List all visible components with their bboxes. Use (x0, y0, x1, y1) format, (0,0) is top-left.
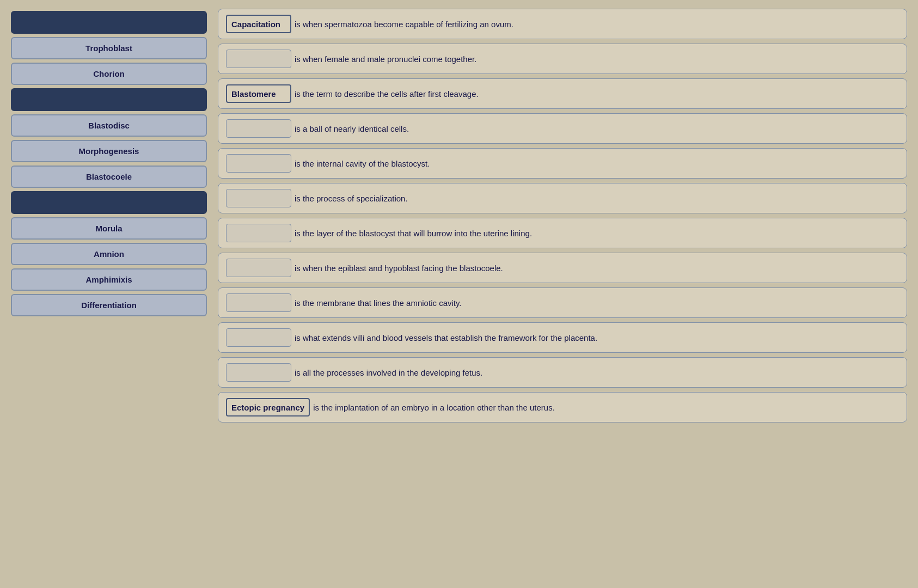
answer-box-empty-row11[interactable] (226, 363, 291, 382)
answer-text-row11: is all the processes involved in the dev… (295, 367, 899, 378)
answer-row-row1: Capacitationis when spermatozoa become c… (218, 9, 907, 39)
answer-box-empty-row6[interactable] (226, 189, 291, 207)
answer-row-row6: is the process of specialization. (218, 183, 907, 213)
left-panel: TrophoblastChorionBlastodiscMorphogenesi… (11, 5, 207, 422)
answer-text-row9: is the membrane that lines the amniotic … (295, 297, 899, 309)
answer-text-row3: is the term to describe the cells after … (295, 88, 899, 100)
drag-item-amphimixis[interactable]: Amphimixis (11, 268, 207, 291)
answer-box-filled-row3[interactable]: Blastomere (226, 84, 291, 103)
main-container: TrophoblastChorionBlastodiscMorphogenesi… (0, 0, 918, 428)
answer-text-row2: is when female and male pronuclei come t… (295, 53, 899, 65)
drag-item-differentiation[interactable]: Differentiation (11, 294, 207, 316)
answer-box-empty-row4[interactable] (226, 119, 291, 138)
answer-row-row10: is what extends villi and blood vessels … (218, 322, 907, 353)
drag-item-dark-3[interactable] (11, 191, 207, 214)
answer-box-empty-row9[interactable] (226, 293, 291, 312)
drag-item-morphogenesis[interactable]: Morphogenesis (11, 140, 207, 162)
answer-text-row6: is the process of specialization. (295, 193, 899, 204)
right-panel: Capacitationis when spermatozoa become c… (218, 5, 907, 422)
drag-item-top-dark-1[interactable] (11, 11, 207, 34)
answer-box-empty-row5[interactable] (226, 154, 291, 173)
answer-box-empty-row8[interactable] (226, 259, 291, 277)
answer-box-empty-row2[interactable] (226, 50, 291, 68)
answer-row-row5: is the internal cavity of the blastocyst… (218, 148, 907, 179)
answer-text-row5: is the internal cavity of the blastocyst… (295, 158, 899, 169)
answer-box-filled-row12[interactable]: Ectopic pregnancy (226, 398, 310, 416)
drag-item-top-dark-2[interactable] (11, 88, 207, 111)
answer-row-row8: is when the epiblast and hypoblast facin… (218, 253, 907, 283)
answer-text-row8: is when the epiblast and hypoblast facin… (295, 262, 899, 274)
answer-box-empty-row7[interactable] (226, 224, 291, 242)
answer-row-row2: is when female and male pronuclei come t… (218, 44, 907, 74)
drag-item-blastocoele[interactable]: Blastocoele (11, 166, 207, 188)
drag-item-morula[interactable]: Morula (11, 217, 207, 240)
answer-row-row4: is a ball of nearly identical cells. (218, 113, 907, 144)
answer-row-row7: is the layer of the blastocyst that will… (218, 218, 907, 248)
answer-text-row7: is the layer of the blastocyst that will… (295, 228, 899, 239)
answer-row-row9: is the membrane that lines the amniotic … (218, 287, 907, 318)
answer-row-row11: is all the processes involved in the dev… (218, 357, 907, 388)
drag-item-chorion[interactable]: Chorion (11, 63, 207, 85)
answer-text-row4: is a ball of nearly identical cells. (295, 123, 899, 134)
drag-item-blastodisc[interactable]: Blastodisc (11, 114, 207, 137)
drag-item-amnion[interactable]: Amnion (11, 243, 207, 265)
answer-text-row1: is when spermatozoa become capable of fe… (295, 19, 899, 30)
answer-box-empty-row10[interactable] (226, 328, 291, 347)
answer-row-row12: Ectopic pregnancyis the implantation of … (218, 392, 907, 422)
answer-text-row12: is the implantation of an embryo in a lo… (313, 402, 899, 413)
answer-box-filled-row1[interactable]: Capacitation (226, 15, 291, 33)
answer-text-row10: is what extends villi and blood vessels … (295, 332, 899, 344)
drag-item-trophoblast[interactable]: Trophoblast (11, 37, 207, 59)
answer-row-row3: Blastomereis the term to describe the ce… (218, 78, 907, 109)
